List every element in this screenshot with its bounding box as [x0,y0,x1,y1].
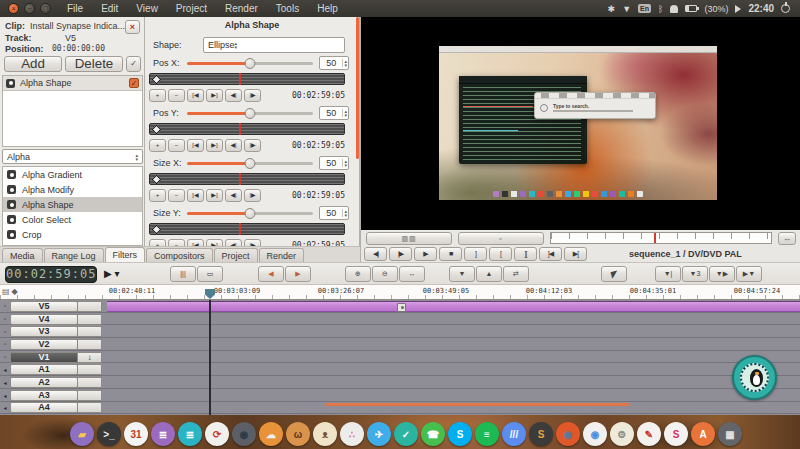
size-x-value[interactable]: 50▴▾ [319,156,349,170]
dock-icon-firefox[interactable]: ◉ [556,422,580,446]
slider-handle[interactable] [245,158,256,169]
menu-help[interactable]: Help [309,2,346,15]
three-point-overwrite-button[interactable]: ▼▶ [709,266,735,282]
toggle-all-filters-button[interactable]: ✓ [126,56,141,72]
next-frame-button[interactable]: |▶ [389,247,412,261]
clock[interactable]: 22:40 [748,3,774,14]
dock-icon-mail[interactable]: /// [502,422,526,446]
clip-display-button[interactable]: ▫ [458,232,544,245]
tab-media[interactable]: Media [2,248,43,262]
dock-icon-text-editor[interactable]: ≣ [151,422,175,446]
filter-enabled-checkbox[interactable]: ✓ [129,78,139,88]
track-mute-box[interactable] [78,402,102,413]
audio-mixer-button[interactable]: ||| [170,266,196,282]
size-y-value[interactable]: 50▴▾ [319,206,349,220]
track-lane-v5[interactable] [0,300,800,313]
keyframe-right-button[interactable]: |▶ [244,189,261,202]
prev-keyframe-button[interactable]: [◀ [187,239,204,247]
keyframe-right-button[interactable]: |▶ [244,139,261,152]
track-lane-v1[interactable] [0,351,800,364]
close-window-icon[interactable]: × [8,3,19,14]
list-item[interactable]: Color Select [3,212,142,227]
dock-icon-pets[interactable]: ᴥ [313,422,337,446]
splice-out-button[interactable]: ▼ [449,266,475,282]
slider-handle[interactable] [245,58,256,69]
pos-y-value[interactable]: 50▴▾ [319,106,349,120]
track-lane-a1[interactable] [0,364,800,377]
filter-group-select[interactable]: Alpha ▴▾ [2,149,143,164]
menu-edit[interactable]: Edit [93,2,126,15]
keyframe-left-button[interactable]: ◀| [225,139,242,152]
tab-compositors[interactable]: Compositors [146,248,213,262]
add-keyframe-button[interactable]: + [149,189,166,202]
to-mark-in-button[interactable]: ]◀ [539,247,562,261]
dock-icon-sublime-text[interactable]: S [529,422,553,446]
keyframe-bar[interactable] [149,223,345,235]
sound-icon[interactable] [735,5,741,13]
dock-icon-tweaks[interactable]: ⚙ [610,422,634,446]
range-overwrite-button[interactable]: ⇄ [503,266,529,282]
prev-keyframe-button[interactable]: [◀ [187,189,204,202]
notifications-icon[interactable] [670,5,678,13]
keyframe-right-button[interactable]: |▶ [244,239,261,247]
track-header-a3[interactable]: ◂A3 [0,389,107,402]
delete-keyframe-button[interactable]: − [168,239,185,247]
track-mute-box[interactable] [78,339,102,350]
track-header-v2[interactable]: ▫V2 [0,338,107,351]
dock-icon-terminal[interactable]: >_ [97,422,121,446]
fit-view-button[interactable]: ↔ [778,232,796,245]
pointer-tool-button[interactable]: ◤ [601,266,627,282]
track-mute-box[interactable] [78,390,102,401]
list-item[interactable]: Alpha Modify [3,182,142,197]
dock-icon-video-editor[interactable]: ▦ [718,422,742,446]
spinner-arrows-icon[interactable]: ▴▾ [342,59,348,67]
power-icon[interactable] [781,4,790,13]
track-header-v5[interactable]: ▫V5 [0,300,107,313]
menu-render[interactable]: Render [217,2,266,15]
add-filter-button[interactable]: Add [4,56,62,72]
timeline-clip[interactable] [107,301,800,313]
playhead-marker[interactable] [205,289,215,299]
to-mark-out-button[interactable]: ▶[ [564,247,587,261]
dock-icon-backup[interactable]: ⟳ [205,422,229,446]
track-lane-v3[interactable] [0,325,800,338]
delete-keyframe-button[interactable]: − [168,139,185,152]
track-header-a4[interactable]: ◂A4 [0,402,107,415]
track-mute-box[interactable] [78,301,102,312]
pos-y-slider[interactable] [187,106,313,120]
spinner-arrows-icon[interactable]: ▴▾ [342,209,348,217]
keyframe-bar[interactable] [149,173,345,185]
list-item-selected[interactable]: Alpha Shape [3,197,142,212]
tab-render[interactable]: Render [259,248,305,262]
size-x-slider[interactable] [187,156,313,170]
media-view-button[interactable]: ▭ [197,266,223,282]
delete-keyframe-button[interactable]: − [168,89,185,102]
menu-project[interactable]: Project [168,2,215,15]
monitor-play-menu[interactable]: ▶ ▾ [104,268,120,279]
lift-button[interactable]: ▲ [476,266,502,282]
dock-icon-calendar[interactable]: 31 [124,422,148,446]
redo-button[interactable]: ▶ [285,266,311,282]
track-lane-v2[interactable] [0,338,800,351]
minimize-window-icon[interactable]: − [24,3,35,14]
zoom-out-button[interactable]: ⊖ [372,266,398,282]
insert-track-arrow-icon[interactable]: ↓ [78,352,102,363]
size-y-slider[interactable] [187,206,313,220]
track-header-v1-active[interactable]: ▫V1↓ [0,351,107,364]
spinner-arrows-icon[interactable]: ▴▾ [342,159,348,167]
wifi-icon[interactable]: ▼ [622,4,631,14]
stop-button[interactable]: ■ [439,247,462,261]
dock-icon-skype[interactable]: S [448,422,472,446]
tab-range-log[interactable]: Range Log [44,248,104,262]
track-lane-v4[interactable] [0,313,800,326]
list-item[interactable]: Alpha Gradient [3,167,142,182]
delete-filter-button[interactable]: Delete [65,56,123,72]
keyframe-left-button[interactable]: ◀| [225,89,242,102]
zoom-in-button[interactable]: ⊕ [345,266,371,282]
undo-button[interactable]: ◀ [258,266,284,282]
keyframe-bar[interactable] [149,73,345,85]
zoom-fit-button[interactable]: ↔ [399,266,425,282]
insert-button[interactable]: ▼| [655,266,681,282]
track-lane-a3[interactable] [0,389,800,402]
panel-scrollbar[interactable] [356,17,359,159]
